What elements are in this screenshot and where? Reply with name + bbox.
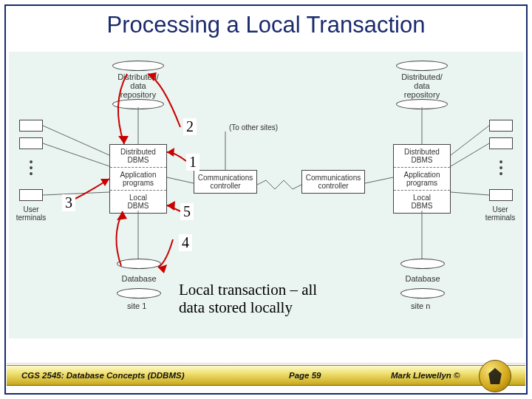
terminal-box-r3 (489, 189, 513, 201)
footer-bar: CGS 2545: Database Concepts (DDBMS) Page… (7, 365, 525, 386)
step-number-2: 2 (183, 118, 197, 135)
repository-label-left: Distributed/ data repository (115, 72, 162, 99)
stack-left: Distributed DBMS Application programs Lo… (109, 144, 167, 214)
stack-left-dbms: Distributed DBMS (110, 145, 166, 167)
footer-course: CGS 2545: Database Concepts (DDBMS) (21, 371, 184, 380)
stack-right-dbms: Distributed DBMS (394, 145, 450, 167)
repository-cylinder-right: Distributed/ data repository (396, 61, 448, 109)
diagram-caption: Local transaction – all data stored loca… (179, 281, 349, 316)
user-terminals-left: User terminals (13, 205, 50, 222)
repository-cylinder-left: Distributed/ data repository (112, 61, 164, 109)
database-cylinder-left: Database (117, 259, 161, 299)
footer-author: Mark Llewellyn © (391, 371, 460, 380)
user-terminals-right: User terminals (482, 205, 519, 222)
step-number-4: 4 (179, 234, 192, 251)
footer-page: Page 59 (289, 371, 321, 380)
step-number-5: 5 (180, 203, 194, 220)
site-n-label: site n (411, 301, 430, 310)
repository-label-right: Distributed/ data repository (399, 72, 446, 99)
terminal-dots-right: ••• (497, 160, 505, 177)
database-label-left: Database (119, 274, 159, 283)
terminal-box-r2 (489, 137, 513, 149)
terminal-box-l2 (19, 137, 43, 149)
stack-right-local: Local DBMS (394, 190, 450, 213)
ucf-logo-icon (479, 360, 511, 392)
step-number-3: 3 (62, 194, 75, 211)
terminal-box-l1 (19, 120, 43, 132)
stack-right-apps: Application programs (394, 167, 450, 190)
terminal-dots-left: ••• (27, 160, 35, 177)
terminal-box-l3 (19, 189, 43, 201)
site-1-label: site 1 (127, 301, 146, 310)
to-other-sites-label: (To other sites) (229, 123, 278, 132)
slide-title: Processing a Local Transaction (0, 12, 532, 38)
stack-left-local: Local DBMS (110, 190, 166, 213)
database-cylinder-right: Database (400, 259, 445, 299)
terminal-box-r1 (489, 120, 513, 132)
database-label-right: Database (403, 274, 443, 283)
comm-controller-right: Communications controller (301, 170, 365, 194)
stack-right: Distributed DBMS Application programs Lo… (393, 144, 451, 214)
stack-left-apps: Application programs (110, 167, 166, 190)
comm-controller-left: Communications controller (194, 170, 257, 194)
step-number-1: 1 (186, 154, 200, 171)
